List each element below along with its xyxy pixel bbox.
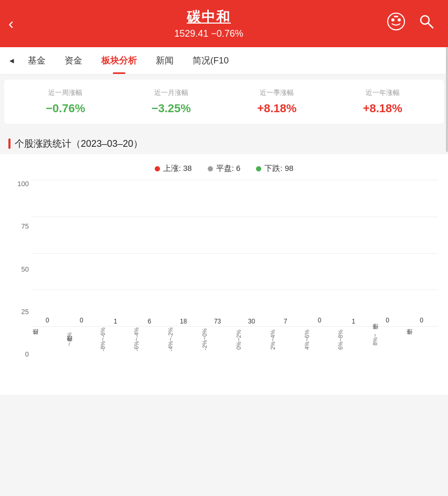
bar-col: 0 (406, 317, 438, 327)
perf-week-value: −0.76% (13, 102, 119, 115)
performance-row: 近一周涨幅 −0.76% 近一月涨幅 −3.25% 近一季涨幅 +8.18% 近… (13, 88, 435, 115)
bar-value-label: 1 (114, 318, 118, 325)
header-center: 碳中和 1529.41 −0.76% (35, 8, 383, 39)
bar-value-label: 0 (420, 317, 423, 324)
x-axis-label: -4%~-2% (167, 327, 199, 355)
x-axis-label: 跌停 (31, 327, 63, 355)
bar-value-label: 7 (284, 318, 287, 325)
x-axis-label: 8%~涨停 (371, 327, 403, 355)
tab-f10[interactable]: 简况(F10 (183, 47, 238, 74)
x-axis-label: 2%~4% (270, 327, 302, 355)
bar-col: 6 (133, 318, 165, 327)
bar-col: 18 (167, 318, 199, 327)
x-axis-label: 6%~8% (337, 327, 369, 355)
bar-value-label: 0 (46, 317, 49, 324)
bar-chart: 0255075100 001618733070100 跌停跌停~-8%-8%~-… (0, 180, 448, 390)
chart-container: 上涨: 38 平盘: 6 下跌: 98 0255075100 001618733… (0, 154, 448, 395)
x-axis-label: 跌停~-8% (66, 327, 98, 355)
bar-value-label: 1 (352, 318, 356, 325)
x-axis-label: 4%~6% (304, 327, 336, 355)
y-axis-label: 25 (5, 308, 29, 316)
tab-news[interactable]: 新闻 (146, 47, 183, 74)
bar-value-label: 0 (386, 317, 389, 324)
legend-down-label: 下跌: 98 (264, 164, 293, 174)
bar-col: 1 (337, 318, 369, 327)
back-button[interactable]: ‹ (8, 15, 35, 33)
bar-value-label: 0 (80, 317, 83, 324)
svg-point-0 (388, 13, 404, 30)
bar-value-label: 73 (214, 318, 221, 325)
y-axis-label: 100 (5, 180, 29, 188)
x-labels: 跌停跌停~-8%-8%~-6%-6%~-4%-4%~-2%-2%~0%0%~2%… (31, 327, 438, 358)
x-axis-label: -2%~0% (201, 327, 233, 355)
svg-point-1 (391, 18, 394, 21)
page-title: 碳中和 (35, 8, 383, 26)
perf-month-value: −3.25% (119, 102, 225, 115)
legend-flat: 平盘: 6 (208, 164, 241, 174)
bar-col: 0 (304, 317, 336, 327)
bars-area: 001618733070100 (31, 180, 438, 327)
perf-week: 近一周涨幅 −0.76% (13, 88, 119, 115)
perf-quarter: 近一季涨幅 +8.18% (224, 88, 330, 115)
bar-value-label: 0 (318, 317, 322, 324)
legend-down-dot (256, 166, 261, 171)
bar-value-label: 30 (248, 318, 255, 325)
tab-partial-left[interactable]: ◂ (0, 48, 18, 73)
chart-legend: 上涨: 38 平盘: 6 下跌: 98 (0, 159, 448, 180)
y-axis-label: 50 (5, 265, 29, 273)
svg-rect-3 (394, 16, 398, 17)
tab-capital[interactable]: 资金 (55, 47, 92, 74)
perf-month-label: 近一月涨幅 (119, 88, 225, 98)
bar-col: 1 (100, 318, 132, 327)
nav-tabs: ◂ 基金 资金 板块分析 新闻 简况(F10 (0, 47, 448, 74)
x-axis-label: 0%~2% (236, 327, 268, 355)
bar-value-label: 6 (148, 318, 152, 325)
perf-quarter-label: 近一季涨幅 (224, 88, 330, 98)
header-subtitle: 1529.41 −0.76% (35, 28, 383, 39)
section-title-bar (8, 138, 10, 149)
bar-value-label: 18 (180, 318, 187, 325)
svg-line-5 (428, 23, 433, 28)
legend-down: 下跌: 98 (256, 164, 293, 174)
legend-up: 上涨: 38 (155, 164, 192, 174)
x-axis-label: -6%~-4% (133, 327, 165, 355)
section-title-text: 个股涨跌统计（2023–03–20） (15, 137, 143, 150)
section-title-area: 个股涨跌统计（2023–03–20） (0, 129, 448, 154)
perf-year: 近一年涨幅 +8.18% (330, 88, 436, 115)
chart-area: 001618733070100 跌停跌停~-8%-8%~-6%-6%~-4%-4… (31, 180, 438, 358)
avatar-icon[interactable] (383, 12, 409, 35)
bar-col: 0 (31, 317, 63, 327)
header: ‹ 碳中和 1529.41 −0.76% (0, 0, 448, 47)
x-axis-label: -8%~-6% (100, 327, 132, 355)
performance-section: 近一周涨幅 −0.76% 近一月涨幅 −3.25% 近一季涨幅 +8.18% 近… (4, 80, 444, 124)
y-axis: 0255075100 (5, 180, 29, 358)
search-icon[interactable] (413, 13, 440, 34)
perf-year-value: +8.18% (330, 102, 436, 115)
perf-week-label: 近一周涨幅 (13, 88, 119, 98)
legend-flat-dot (208, 166, 213, 171)
perf-month: 近一月涨幅 −3.25% (119, 88, 225, 115)
perf-quarter-value: +8.18% (224, 102, 330, 115)
legend-up-label: 上涨: 38 (163, 164, 192, 174)
y-axis-label: 75 (5, 222, 29, 230)
perf-year-label: 近一年涨幅 (330, 88, 436, 98)
legend-up-dot (155, 166, 160, 171)
legend-flat-label: 平盘: 6 (216, 164, 241, 174)
x-axis-label: 涨停 (406, 327, 438, 355)
tab-sector-analysis[interactable]: 板块分析 (92, 47, 146, 74)
svg-point-2 (398, 18, 401, 21)
bar-col: 0 (371, 317, 403, 327)
bar-col: 0 (66, 317, 98, 327)
tab-funds[interactable]: 基金 (18, 47, 55, 74)
y-axis-label: 0 (5, 350, 29, 358)
bar-col: 30 (236, 318, 268, 327)
bar-col: 73 (201, 318, 233, 327)
scroll-indicator (446, 47, 448, 152)
bar-col: 7 (270, 318, 302, 327)
